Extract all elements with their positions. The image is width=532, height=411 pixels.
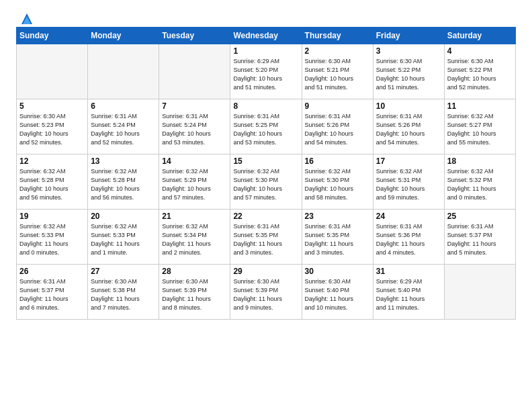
calendar-cell: 8Sunrise: 6:31 AM Sunset: 5:25 PM Daylig…: [230, 99, 302, 154]
calendar-cell: [88, 44, 159, 99]
cell-info: Sunrise: 6:30 AM Sunset: 5:22 PM Dayligh…: [447, 57, 513, 92]
cell-info: Sunrise: 6:31 AM Sunset: 5:26 PM Dayligh…: [305, 112, 370, 147]
cell-info: Sunrise: 6:32 AM Sunset: 5:27 PM Dayligh…: [447, 112, 513, 147]
cell-info: Sunrise: 6:31 AM Sunset: 5:35 PM Dayligh…: [233, 222, 298, 257]
calendar-cell: [17, 44, 88, 99]
day-number: 2: [305, 46, 370, 56]
cell-info: Sunrise: 6:31 AM Sunset: 5:24 PM Dayligh…: [162, 112, 227, 147]
day-number: 30: [305, 267, 370, 276]
calendar-week-5: 26Sunrise: 6:31 AM Sunset: 5:37 PM Dayli…: [17, 265, 516, 320]
cell-info: Sunrise: 6:31 AM Sunset: 5:37 PM Dayligh…: [447, 222, 513, 257]
calendar-week-4: 19Sunrise: 6:32 AM Sunset: 5:33 PM Dayli…: [17, 210, 516, 265]
calendar-week-3: 12Sunrise: 6:32 AM Sunset: 5:28 PM Dayli…: [17, 154, 516, 210]
page: SundayMondayTuesdayWednesdayThursdayFrid…: [0, 0, 532, 411]
header: [16, 12, 516, 23]
calendar-cell: 29Sunrise: 6:30 AM Sunset: 5:39 PM Dayli…: [230, 265, 302, 320]
cell-info: Sunrise: 6:29 AM Sunset: 5:20 PM Dayligh…: [233, 57, 298, 92]
calendar-cell: 5Sunrise: 6:30 AM Sunset: 5:23 PM Daylig…: [17, 99, 88, 154]
day-number: 29: [233, 267, 298, 276]
calendar-week-2: 5Sunrise: 6:30 AM Sunset: 5:23 PM Daylig…: [17, 99, 516, 154]
calendar-cell: 1Sunrise: 6:29 AM Sunset: 5:20 PM Daylig…: [230, 44, 302, 99]
day-number: 20: [91, 212, 156, 221]
day-number: 25: [447, 212, 513, 221]
day-number: 7: [162, 101, 227, 111]
calendar-cell: 31Sunrise: 6:29 AM Sunset: 5:40 PM Dayli…: [373, 265, 444, 320]
cell-info: Sunrise: 6:32 AM Sunset: 5:30 PM Dayligh…: [305, 167, 370, 202]
cell-info: Sunrise: 6:30 AM Sunset: 5:40 PM Dayligh…: [305, 277, 370, 312]
day-number: 17: [376, 156, 441, 166]
col-header-monday: Monday: [88, 28, 159, 44]
calendar-cell: 20Sunrise: 6:32 AM Sunset: 5:33 PM Dayli…: [88, 210, 159, 265]
calendar-cell: 6Sunrise: 6:31 AM Sunset: 5:24 PM Daylig…: [88, 99, 159, 154]
day-number: 16: [305, 156, 370, 166]
calendar-header-row: SundayMondayTuesdayWednesdayThursdayFrid…: [17, 28, 516, 44]
cell-info: Sunrise: 6:30 AM Sunset: 5:39 PM Dayligh…: [162, 277, 227, 312]
day-number: 28: [162, 267, 227, 276]
cell-info: Sunrise: 6:30 AM Sunset: 5:39 PM Dayligh…: [233, 277, 298, 312]
logo: [16, 12, 32, 23]
calendar-cell: [159, 44, 230, 99]
calendar-cell: 14Sunrise: 6:32 AM Sunset: 5:29 PM Dayli…: [159, 154, 230, 210]
cell-info: Sunrise: 6:32 AM Sunset: 5:33 PM Dayligh…: [19, 222, 85, 257]
day-number: 26: [19, 267, 85, 276]
cell-info: Sunrise: 6:32 AM Sunset: 5:33 PM Dayligh…: [91, 222, 156, 257]
day-number: 13: [91, 156, 156, 166]
cell-info: Sunrise: 6:32 AM Sunset: 5:29 PM Dayligh…: [162, 167, 227, 202]
day-number: 19: [19, 212, 85, 221]
cell-info: Sunrise: 6:31 AM Sunset: 5:35 PM Dayligh…: [305, 222, 370, 257]
calendar-week-1: 1Sunrise: 6:29 AM Sunset: 5:20 PM Daylig…: [17, 44, 516, 99]
cell-info: Sunrise: 6:29 AM Sunset: 5:40 PM Dayligh…: [376, 277, 441, 312]
calendar-cell: 12Sunrise: 6:32 AM Sunset: 5:28 PM Dayli…: [17, 154, 88, 210]
calendar-cell: 30Sunrise: 6:30 AM Sunset: 5:40 PM Dayli…: [302, 265, 373, 320]
calendar-cell: 11Sunrise: 6:32 AM Sunset: 5:27 PM Dayli…: [444, 99, 515, 154]
day-number: 8: [233, 101, 298, 111]
day-number: 24: [376, 212, 441, 221]
day-number: 27: [91, 267, 156, 276]
day-number: 21: [162, 212, 227, 221]
cell-info: Sunrise: 6:30 AM Sunset: 5:38 PM Dayligh…: [91, 277, 156, 312]
cell-info: Sunrise: 6:31 AM Sunset: 5:36 PM Dayligh…: [376, 222, 441, 257]
day-number: 10: [376, 101, 441, 111]
calendar-cell: 15Sunrise: 6:32 AM Sunset: 5:30 PM Dayli…: [230, 154, 302, 210]
calendar-cell: [444, 265, 515, 320]
calendar-cell: 27Sunrise: 6:30 AM Sunset: 5:38 PM Dayli…: [88, 265, 159, 320]
calendar-cell: 26Sunrise: 6:31 AM Sunset: 5:37 PM Dayli…: [17, 265, 88, 320]
cell-info: Sunrise: 6:32 AM Sunset: 5:31 PM Dayligh…: [376, 167, 441, 202]
calendar-cell: 18Sunrise: 6:32 AM Sunset: 5:32 PM Dayli…: [444, 154, 515, 210]
col-header-sunday: Sunday: [17, 28, 88, 44]
day-number: 4: [447, 46, 513, 56]
cell-info: Sunrise: 6:31 AM Sunset: 5:37 PM Dayligh…: [19, 277, 85, 312]
calendar-cell: 23Sunrise: 6:31 AM Sunset: 5:35 PM Dayli…: [302, 210, 373, 265]
calendar-table: SundayMondayTuesdayWednesdayThursdayFrid…: [16, 27, 516, 320]
cell-info: Sunrise: 6:31 AM Sunset: 5:24 PM Dayligh…: [91, 112, 156, 147]
calendar-cell: 10Sunrise: 6:31 AM Sunset: 5:26 PM Dayli…: [373, 99, 444, 154]
day-number: 6: [91, 101, 156, 111]
cell-info: Sunrise: 6:30 AM Sunset: 5:22 PM Dayligh…: [376, 57, 441, 92]
calendar-cell: 24Sunrise: 6:31 AM Sunset: 5:36 PM Dayli…: [373, 210, 444, 265]
col-header-friday: Friday: [373, 28, 444, 44]
cell-info: Sunrise: 6:31 AM Sunset: 5:26 PM Dayligh…: [376, 112, 441, 147]
day-number: 18: [447, 156, 513, 166]
col-header-wednesday: Wednesday: [230, 28, 302, 44]
calendar-cell: 19Sunrise: 6:32 AM Sunset: 5:33 PM Dayli…: [17, 210, 88, 265]
day-number: 15: [233, 156, 298, 166]
calendar-cell: 9Sunrise: 6:31 AM Sunset: 5:26 PM Daylig…: [302, 99, 373, 154]
day-number: 22: [233, 212, 298, 221]
cell-info: Sunrise: 6:30 AM Sunset: 5:21 PM Dayligh…: [305, 57, 370, 92]
calendar-cell: 4Sunrise: 6:30 AM Sunset: 5:22 PM Daylig…: [444, 44, 515, 99]
calendar-cell: 13Sunrise: 6:32 AM Sunset: 5:28 PM Dayli…: [88, 154, 159, 210]
cell-info: Sunrise: 6:31 AM Sunset: 5:25 PM Dayligh…: [233, 112, 298, 147]
calendar-cell: 21Sunrise: 6:32 AM Sunset: 5:34 PM Dayli…: [159, 210, 230, 265]
cell-info: Sunrise: 6:32 AM Sunset: 5:30 PM Dayligh…: [233, 167, 298, 202]
day-number: 31: [376, 267, 441, 276]
cell-info: Sunrise: 6:32 AM Sunset: 5:34 PM Dayligh…: [162, 222, 227, 257]
calendar-cell: 3Sunrise: 6:30 AM Sunset: 5:22 PM Daylig…: [373, 44, 444, 99]
logo-icon: [17, 12, 32, 26]
calendar-cell: 17Sunrise: 6:32 AM Sunset: 5:31 PM Dayli…: [373, 154, 444, 210]
day-number: 5: [19, 101, 85, 111]
calendar-cell: 16Sunrise: 6:32 AM Sunset: 5:30 PM Dayli…: [302, 154, 373, 210]
day-number: 23: [305, 212, 370, 221]
calendar-cell: 28Sunrise: 6:30 AM Sunset: 5:39 PM Dayli…: [159, 265, 230, 320]
calendar-cell: 25Sunrise: 6:31 AM Sunset: 5:37 PM Dayli…: [444, 210, 515, 265]
cell-info: Sunrise: 6:32 AM Sunset: 5:32 PM Dayligh…: [447, 167, 513, 202]
